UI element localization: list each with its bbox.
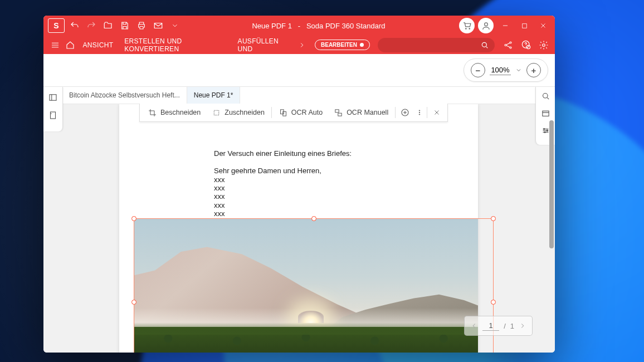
svg-rect-9 — [50, 95, 56, 101]
user-button[interactable] — [478, 18, 494, 33]
svg-point-11 — [543, 94, 548, 99]
selection-border — [134, 218, 494, 353]
edit-mode-toggle[interactable]: BEARBEITEN — [315, 40, 370, 50]
maximize-button[interactable] — [516, 17, 533, 34]
text-greeting: Sehr geehrte Damen und Herren, — [214, 167, 383, 175]
panel-toggle-icon[interactable] — [48, 92, 58, 105]
search-input[interactable] — [378, 38, 495, 52]
sub-toolbar: − 100% + — [43, 54, 555, 87]
svg-rect-20 — [338, 113, 341, 116]
resize-handle-ne[interactable] — [491, 216, 496, 221]
tab-document-2[interactable]: Neue PDF 1* — [187, 87, 241, 104]
resize-handle-e[interactable] — [491, 300, 496, 305]
trim-button[interactable]: Zuschneiden — [206, 108, 270, 118]
next-page-icon[interactable] — [519, 322, 526, 330]
app-window: S Neue PDF 1 - Soda PDF 360 Standard ANS… — [43, 16, 555, 353]
quick-access-toolbar: S — [43, 18, 182, 33]
document-tabs: Bitcoin Abzocke Selbstversuch Heft... Ne… — [62, 87, 536, 104]
svg-rect-1 — [522, 23, 526, 28]
window-controls — [494, 17, 555, 34]
zoom-control: − 100% + — [464, 58, 548, 82]
svg-point-2 — [482, 42, 486, 47]
window-title: Neue PDF 1 - Soda PDF 360 Standard — [182, 22, 456, 30]
chevron-down-icon[interactable] — [168, 19, 182, 32]
resize-handle-n[interactable] — [311, 216, 316, 221]
text-line: xxx — [214, 201, 383, 209]
menu-ausfuellen[interactable]: AUSFÜLLEN UND — [233, 37, 294, 53]
image-edit-toolbar: Beschneiden Zuschneiden OCR Auto OCR Man… — [139, 104, 448, 122]
minimize-button[interactable] — [497, 17, 514, 34]
svg-rect-12 — [542, 111, 548, 116]
menu-bar: ANSICHT ERSTELLEN UND KONVERTIEREN AUSFÜ… — [43, 36, 555, 54]
ocr-auto-button[interactable]: OCR Auto — [273, 108, 328, 118]
svg-point-24 — [419, 114, 419, 115]
page-navigator: / 1 — [464, 316, 533, 336]
scrollbar-thumb[interactable] — [549, 120, 554, 248]
home-icon[interactable] — [64, 38, 76, 52]
selected-image[interactable] — [134, 218, 494, 353]
redo-icon[interactable] — [85, 19, 98, 32]
svg-rect-16 — [214, 110, 219, 115]
zoom-dropdown-icon[interactable] — [515, 67, 522, 74]
zoom-out-button[interactable]: − — [471, 63, 485, 77]
print-icon[interactable] — [135, 19, 148, 32]
help-icon[interactable] — [519, 38, 533, 52]
share-icon[interactable] — [501, 38, 515, 52]
resize-handle-w[interactable] — [131, 300, 136, 305]
tab-document-1[interactable]: Bitcoin Abzocke Selbstversuch Heft... — [62, 87, 187, 104]
app-logo[interactable]: S — [48, 18, 65, 33]
svg-point-8 — [543, 43, 545, 46]
svg-point-22 — [419, 110, 419, 111]
left-panel-icons — [43, 87, 63, 131]
text-line: xxx — [214, 175, 383, 184]
page-slash: / — [504, 322, 506, 330]
close-button[interactable] — [535, 17, 552, 34]
ocr-manual-button[interactable]: OCR Manuell — [328, 108, 394, 118]
resize-handle-nw[interactable] — [131, 216, 136, 221]
page-number-input[interactable] — [482, 321, 499, 331]
vertical-scrollbar[interactable] — [549, 120, 554, 343]
save-icon[interactable] — [118, 19, 131, 32]
title-doc: Neue PDF 1 — [252, 22, 292, 30]
folder-open-icon[interactable] — [101, 19, 115, 32]
svg-point-4 — [510, 42, 511, 43]
cart-button[interactable] — [459, 18, 475, 33]
menu-overflow-icon[interactable] — [296, 38, 308, 52]
settings-icon[interactable] — [537, 38, 550, 52]
menu-erstellen[interactable]: ERSTELLEN UND KONVERTIEREN — [120, 37, 231, 53]
zoom-in-button[interactable]: + — [526, 63, 541, 77]
svg-rect-10 — [51, 112, 56, 119]
svg-point-3 — [505, 44, 506, 46]
folder-side-icon[interactable] — [541, 109, 550, 120]
title-bar: S Neue PDF 1 - Soda PDF 360 Standard — [43, 16, 555, 36]
hamburger-icon[interactable] — [48, 38, 62, 52]
add-circle-icon[interactable] — [397, 107, 413, 118]
mail-icon[interactable] — [152, 19, 165, 32]
page-total: 1 — [510, 322, 514, 330]
svg-rect-19 — [335, 109, 339, 112]
title-app: Soda PDF 360 Standard — [306, 22, 386, 30]
svg-point-0 — [484, 22, 487, 26]
svg-point-23 — [419, 112, 419, 112]
svg-point-5 — [510, 47, 511, 48]
sliders-side-icon[interactable] — [541, 126, 550, 138]
text-line: xxx — [214, 192, 383, 200]
search-side-icon[interactable] — [541, 91, 550, 103]
workspace: Bitcoin Abzocke Selbstversuch Heft... Ne… — [43, 87, 555, 353]
menu-ansicht[interactable]: ANSICHT — [79, 41, 118, 49]
document-canvas[interactable]: Der Versuch einer Einleitung eines Brief… — [43, 104, 548, 353]
text-line: xxx — [214, 184, 383, 192]
prev-page-icon[interactable] — [470, 322, 478, 330]
close-toolbar-icon[interactable] — [428, 109, 445, 116]
page-layout-icon[interactable] — [48, 110, 58, 123]
text-line: xxx — [214, 209, 383, 218]
crop-button[interactable]: Beschneiden — [142, 108, 206, 118]
text-intro: Der Versuch einer Einleitung eines Brief… — [214, 149, 383, 158]
more-options-icon[interactable] — [413, 109, 426, 116]
zoom-value[interactable]: 100% — [490, 66, 511, 75]
undo-icon[interactable] — [68, 19, 81, 32]
